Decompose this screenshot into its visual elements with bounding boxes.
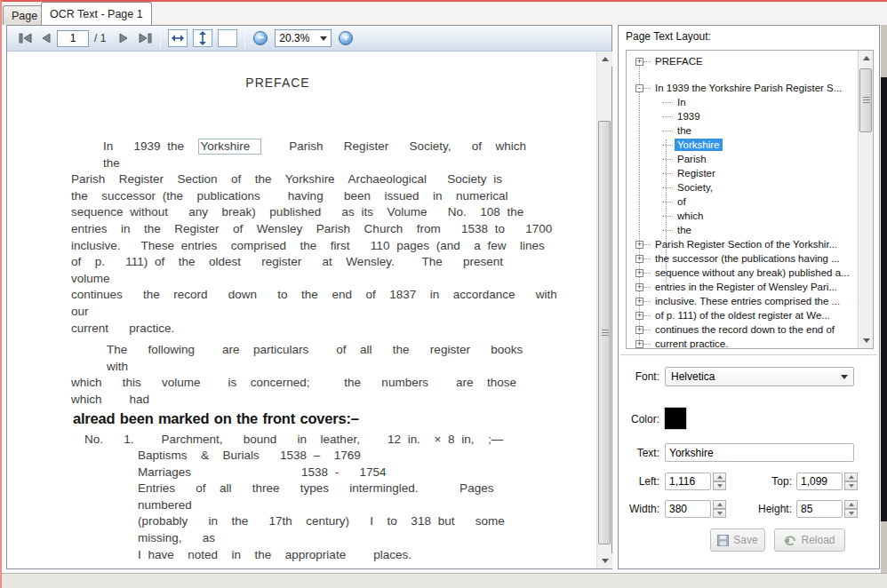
left-spinner[interactable] [713, 473, 726, 490]
ocr-line[interactable]: In 1939 the Yorkshire Parish Register So… [71, 139, 558, 171]
ocr-line[interactable]: Entries of all three types intermingled.… [138, 481, 558, 513]
top-input[interactable] [796, 473, 843, 490]
fit-width-button[interactable] [168, 29, 188, 47]
page-number-input[interactable] [57, 30, 89, 47]
expand-icon[interactable]: + [635, 340, 643, 348]
tree-item[interactable]: Society, [627, 180, 858, 195]
next-page-button[interactable] [113, 28, 134, 48]
tree-item[interactable]: 1939 [627, 109, 858, 123]
arrow-up-icon [602, 57, 609, 61]
expand-icon[interactable]: + [635, 312, 643, 320]
height-input[interactable] [796, 500, 843, 518]
height-spinner[interactable] [844, 500, 858, 518]
top-spinner[interactable] [844, 473, 858, 490]
spin-up-button[interactable] [844, 500, 858, 509]
tree-item[interactable]: -In 1939 the Yorkshire Parish Register S… [627, 81, 858, 95]
page-heading[interactable]: PREFACE [71, 75, 484, 90]
arrow-up-icon [863, 56, 870, 60]
first-page-button[interactable] [14, 28, 36, 48]
tree-item[interactable]: +Parish Register Section of the Yorkshir… [627, 237, 858, 251]
spin-up-button[interactable] [713, 473, 726, 481]
scroll-down-button[interactable] [859, 333, 874, 348]
save-button[interactable]: Save [710, 528, 765, 552]
spin-down-button[interactable] [844, 481, 858, 490]
ocr-line[interactable]: current practice. [71, 321, 558, 338]
tree-item[interactable]: Register [627, 166, 858, 180]
ocr-line[interactable]: continues the record down to the end of … [71, 287, 558, 320]
ocr-line[interactable]: sequence without any break) published as… [71, 204, 558, 221]
ocr-line[interactable]: entries in the Register of Wensley Paris… [71, 221, 558, 238]
last-page-icon [139, 33, 152, 44]
tree-item[interactable]: +PREFACE [627, 54, 858, 68]
capture-frame-left [0, 0, 2, 588]
tree-item-selected[interactable]: Yorkshire [627, 138, 858, 152]
ocr-line[interactable]: of p. 111) of the oldest register at Wen… [71, 254, 558, 287]
spin-up-button[interactable] [713, 500, 726, 509]
expand-icon[interactable]: + [635, 255, 643, 263]
text-input[interactable] [665, 443, 854, 462]
tree-item[interactable]: +inclusive. These entries comprised the … [627, 294, 858, 308]
expand-icon[interactable]: + [635, 58, 643, 66]
width-spinner[interactable] [713, 500, 726, 518]
expand-icon[interactable]: + [635, 326, 643, 334]
tree-item[interactable]: +of p. 111) of the oldest register at We… [627, 308, 858, 322]
tree-item[interactable]: +continues the record down to the end of [627, 322, 858, 337]
tree-item[interactable]: +the successor (the publications having … [627, 251, 858, 266]
last-page-button[interactable] [134, 28, 156, 48]
ocr-line[interactable]: The following are particulars of all the… [71, 342, 558, 375]
font-combobox[interactable]: Helvetica [665, 367, 854, 386]
ocr-line[interactable]: (probably in the 17th century) I to 318 … [138, 513, 558, 546]
tree-item[interactable]: of [627, 195, 858, 209]
reload-button[interactable]: Reload [774, 528, 845, 552]
ocr-page-view[interactable]: PREFACE In 1939 the Yorkshire Parish Reg… [7, 52, 596, 568]
ocr-line[interactable]: No. 2. Parchment, bound in leather, 13 i… [84, 565, 558, 568]
collapse-icon[interactable]: - [635, 84, 643, 92]
ocr-line[interactable]: Parish Register Section of the Yorkshire… [71, 171, 558, 188]
selected-word-box[interactable]: Yorkshire [198, 139, 262, 155]
left-input[interactable] [665, 473, 711, 490]
expand-icon[interactable]: + [635, 241, 643, 249]
actual-size-button[interactable] [218, 29, 237, 47]
ocr-line[interactable]: Baptisms & Burials 1538 – 1769 [138, 448, 558, 465]
tree-item[interactable]: +entries in the Register of Wensley Pari… [627, 280, 858, 294]
tree-item[interactable]: +sequence without any break) published a… [627, 266, 858, 280]
spin-down-button[interactable] [713, 481, 726, 490]
ocr-line-bold[interactable]: alread been marked on the front covers:– [73, 409, 558, 428]
ocr-line[interactable]: I have noted in the appropriate places. [138, 547, 558, 564]
tab-ocr-text-page-1[interactable]: OCR Text - Page 1 [41, 2, 152, 25]
spin-down-button[interactable] [844, 509, 858, 518]
zoom-in-button[interactable]: + [339, 31, 353, 45]
expand-icon[interactable]: + [635, 283, 643, 291]
ocr-line[interactable]: inclusive. These entries comprised the f… [71, 238, 558, 255]
scroll-up-button[interactable] [859, 51, 874, 66]
tree-scrollbar[interactable] [858, 51, 873, 348]
width-input[interactable] [665, 500, 711, 518]
tree-item[interactable]: the [627, 123, 858, 138]
document-scrollbar[interactable] [596, 52, 611, 568]
tree-item[interactable]: +current practice. [627, 337, 858, 349]
ocr-line[interactable]: No. 1. Parchment, bound in leather, 12 i… [84, 432, 558, 449]
spin-up-button[interactable] [844, 473, 858, 481]
zoom-level-value: 20.3% [279, 32, 309, 44]
scroll-up-button[interactable] [597, 52, 612, 67]
expand-icon[interactable]: + [635, 298, 643, 306]
previous-page-button[interactable] [36, 28, 57, 48]
tree-item[interactable]: which [627, 209, 858, 223]
scrollbar-thumb[interactable] [859, 68, 872, 132]
zoom-level-combobox[interactable]: 20.3% [275, 29, 332, 47]
tree-item[interactable]: Parish [627, 152, 858, 166]
ocr-line[interactable]: Marriages 1538 - 1754 [138, 465, 558, 481]
ocr-line[interactable]: which this volume is concerned; the numb… [71, 375, 558, 408]
zoom-out-button[interactable]: − [253, 31, 268, 45]
expand-icon[interactable]: + [635, 269, 643, 277]
tree-item[interactable]: the [627, 223, 858, 237]
fit-height-button[interactable] [193, 29, 212, 47]
tree-item[interactable]: In [627, 95, 858, 109]
scroll-down-button[interactable] [597, 553, 612, 568]
page-text-layout-tree[interactable]: +PREFACE -In 1939 the Yorkshire Parish R… [626, 50, 874, 349]
ocr-line[interactable]: the successor (the publications having b… [71, 188, 558, 205]
spin-down-button[interactable] [713, 509, 726, 518]
first-page-icon [19, 33, 32, 44]
scrollbar-thumb[interactable] [598, 121, 611, 544]
color-swatch[interactable] [665, 408, 686, 429]
